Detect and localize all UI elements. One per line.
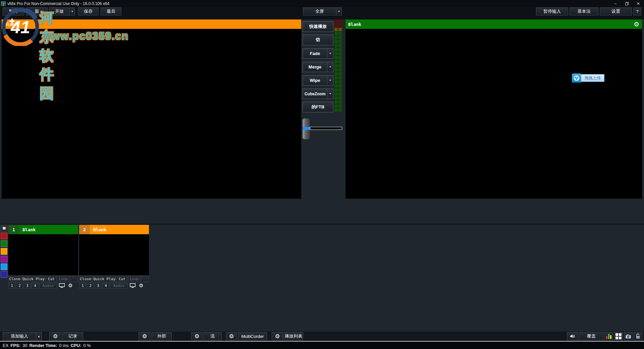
category-color-tile[interactable]: [1, 271, 7, 278]
input1-header[interactable]: 1 Blank: [8, 225, 78, 234]
status-cpu-label: CPU:: [70, 343, 81, 348]
preset-button[interactable]: 预置: [3, 7, 24, 15]
record-settings-gear-icon[interactable]: ⚙: [49, 332, 61, 340]
input1-spare-button[interactable]: [70, 276, 78, 282]
category-color-tile[interactable]: [1, 256, 7, 262]
new-button[interactable]: 新: [26, 7, 48, 15]
input2-quickplay-button[interactable]: Quick Play: [93, 276, 116, 282]
open-button[interactable]: 开放: [49, 7, 70, 15]
open-dropdown-arrow[interactable]: ▼: [69, 7, 75, 15]
input1-number: 1: [8, 225, 19, 234]
cut-button[interactable]: 切: [303, 35, 333, 45]
fullscreen-dropdown-arrow[interactable]: ▼: [336, 7, 342, 15]
add-input-button[interactable]: 添加输入: [3, 332, 36, 340]
fade-dropdown-arrow[interactable]: ▼: [327, 49, 333, 58]
input1-quickplay-button[interactable]: Quick Play: [22, 276, 45, 282]
playlist-settings-gear-icon[interactable]: ⚙: [272, 332, 283, 340]
playlist-button[interactable]: 播放列表: [284, 332, 303, 340]
meter-segment: [338, 28, 342, 31]
ftb-button[interactable]: 的FTB: [303, 102, 333, 112]
input2-overlay3-button[interactable]: 3: [95, 283, 102, 289]
input1-overlay4-button[interactable]: 4: [32, 283, 39, 289]
meter-segment: [338, 88, 342, 92]
category-color-tile[interactable]: [1, 248, 7, 255]
multicorder-button[interactable]: MultiCorder: [238, 332, 267, 340]
input1-overlay2-button[interactable]: 2: [16, 283, 23, 289]
wipe-dropdown-arrow[interactable]: ▼: [327, 76, 333, 85]
preview-video[interactable]: [2, 29, 301, 199]
maximize-button[interactable]: [621, 0, 633, 7]
lock-button[interactable]: [634, 332, 642, 340]
input2-thumbnail[interactable]: [79, 234, 149, 275]
cloud-share-icon[interactable]: [572, 73, 581, 83]
program-header[interactable]: Blank ⚙: [345, 19, 642, 29]
fullscreen-button[interactable]: 全屏: [303, 7, 336, 15]
input1-close-button[interactable]: Close: [8, 276, 21, 282]
merge-dropdown-arrow[interactable]: ▼: [327, 62, 333, 72]
tbar-track[interactable]: [310, 127, 342, 130]
cubezoom-transition-button[interactable]: CubeZoom ▼: [303, 89, 333, 99]
snapshot-button[interactable]: [624, 332, 633, 340]
quick-play-button[interactable]: 快速播放: [303, 21, 333, 32]
stream-settings-gear-icon[interactable]: ⚙: [191, 332, 203, 340]
drag-upload-button[interactable]: 拖拽上传: [581, 74, 604, 82]
save-button[interactable]: 保存: [78, 7, 99, 15]
multicorder-settings-gear-icon[interactable]: ⚙: [226, 332, 237, 340]
external-button[interactable]: 外部: [152, 332, 172, 340]
input2-audio-button[interactable]: Audio: [110, 283, 127, 289]
input2-close-button[interactable]: Close: [79, 276, 92, 282]
last-button[interactable]: 最后: [101, 7, 121, 15]
input1-fullscreen-monitor-icon[interactable]: [57, 283, 66, 289]
input2-settings-gear-icon[interactable]: ⚙: [138, 283, 145, 289]
merge-transition-button[interactable]: Merge ▼: [303, 62, 333, 72]
input1-overlay1-button[interactable]: 1: [8, 283, 15, 289]
cubezoom-dropdown-arrow[interactable]: ▼: [327, 89, 333, 99]
input2-fullscreen-monitor-icon[interactable]: [128, 283, 137, 289]
status-fps-label: FPS:: [10, 343, 20, 348]
meter-segment: [338, 52, 342, 55]
input2-cut-button[interactable]: Cut: [117, 276, 127, 282]
basic-button[interactable]: 基本法: [570, 7, 598, 15]
meter-segment: [338, 44, 342, 47]
meter-segment: [334, 24, 338, 27]
meter-segment: [338, 64, 342, 67]
meter-segment: [334, 40, 338, 43]
external-settings-gear-icon[interactable]: ⚙: [139, 332, 151, 340]
category-color-tile[interactable]: [1, 233, 7, 239]
preview-header[interactable]: Blank: [2, 19, 301, 29]
input1-thumbnail[interactable]: [8, 234, 78, 275]
category-color-tile[interactable]: [1, 263, 7, 270]
minimize-button[interactable]: –: [610, 0, 621, 7]
category-color-tile[interactable]: [1, 240, 7, 247]
meter-segment: [334, 60, 338, 63]
stream-button[interactable]: 流: [204, 332, 222, 340]
input2-overlay1-button[interactable]: 1: [79, 283, 86, 289]
input2-header[interactable]: 2 Blank: [79, 225, 149, 234]
fade-transition-button[interactable]: Fade ▼: [303, 48, 333, 59]
input2-overlay2-button[interactable]: 2: [87, 283, 94, 289]
input2-overlay4-button[interactable]: 4: [102, 283, 109, 289]
input1-overlay3-button[interactable]: 3: [24, 283, 31, 289]
multiview-button[interactable]: [614, 332, 623, 340]
pause-inputs-button[interactable]: 暂停输入: [536, 7, 568, 15]
program-settings-gear-icon[interactable]: ⚙: [634, 21, 639, 28]
input2-loop-button[interactable]: Loop: [128, 276, 140, 282]
record-button[interactable]: 记录: [62, 332, 83, 340]
input1-loop-button[interactable]: Loop: [57, 276, 69, 282]
input1-cut-button[interactable]: Cut: [46, 276, 57, 282]
input1-audio-button[interactable]: Audio: [39, 283, 57, 289]
help-button[interactable]: ?: [633, 7, 641, 15]
input2-spare-button[interactable]: [141, 276, 149, 282]
audio-mixer-button[interactable]: [604, 332, 613, 340]
input1-settings-gear-icon[interactable]: ⚙: [67, 283, 74, 289]
overlay-button[interactable]: 覆盖: [579, 332, 603, 340]
status-ex: EX: [3, 343, 8, 348]
add-input-dropdown-arrow[interactable]: ▲: [36, 332, 42, 340]
wipe-transition-button[interactable]: Wipe ▼: [303, 75, 333, 86]
settings-button[interactable]: 设置: [600, 7, 632, 15]
master-audio-button[interactable]: [567, 332, 578, 340]
close-button[interactable]: ✕: [633, 0, 644, 7]
meter-segment: [338, 24, 342, 27]
program-video[interactable]: [345, 29, 642, 199]
category-all-tile[interactable]: [1, 225, 7, 232]
